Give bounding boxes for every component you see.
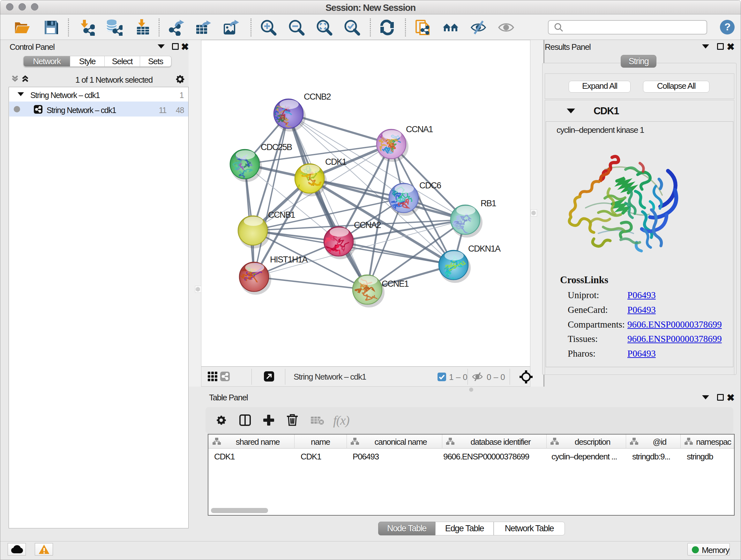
svg-text:CDK1: CDK1 — [325, 157, 347, 167]
svg-text:CCNA2: CCNA2 — [354, 220, 381, 230]
svg-text:HIST1H1A: HIST1H1A — [270, 255, 308, 264]
svg-text:CDC25B: CDC25B — [261, 142, 292, 152]
svg-text:CCNB2: CCNB2 — [304, 92, 331, 102]
svg-text:CCNA1: CCNA1 — [406, 125, 433, 134]
svg-text:RB1: RB1 — [481, 199, 496, 208]
svg-text:CCNE1: CCNE1 — [382, 279, 409, 289]
svg-text:CCNB1: CCNB1 — [268, 210, 295, 220]
svg-text:?: ? — [724, 21, 730, 33]
svg-text:CDKN1A: CDKN1A — [468, 244, 501, 253]
svg-text:CDC6: CDC6 — [419, 181, 441, 190]
